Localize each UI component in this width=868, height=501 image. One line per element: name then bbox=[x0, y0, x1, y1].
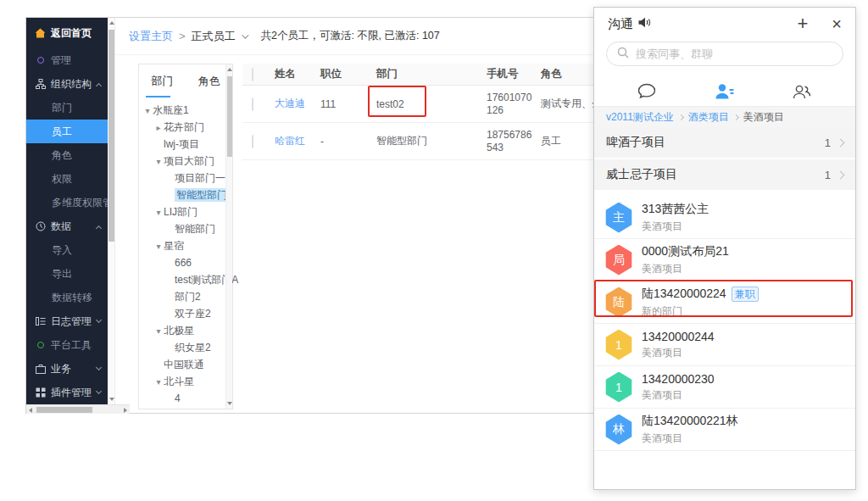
tab-department[interactable]: 部门 bbox=[139, 64, 186, 98]
tree-node[interactable]: 4 bbox=[139, 390, 232, 407]
subproject-row-whisky[interactable]: 威士忌子项目 1 bbox=[594, 159, 855, 190]
search-bar[interactable] bbox=[606, 42, 843, 66]
caret-icon[interactable]: ▾ bbox=[153, 323, 164, 340]
caret-icon[interactable]: ▾ bbox=[153, 374, 164, 391]
table-row[interactable]: 大迪迪 111 test02 17601070126 测试专用、企业管 bbox=[242, 86, 600, 123]
tree-node-label[interactable]: 666 bbox=[175, 257, 192, 269]
tree-node-label[interactable]: 智能部门 bbox=[175, 223, 215, 235]
sidebar-item-export[interactable]: 导出 bbox=[26, 262, 108, 286]
caret-icon[interactable]: ▾ bbox=[153, 238, 164, 255]
tree-node[interactable]: ▾LIJ部门 bbox=[139, 203, 232, 220]
caret-icon[interactable]: ▾ bbox=[153, 204, 164, 221]
tree-node-selected[interactable]: 智能型部门 bbox=[139, 186, 232, 203]
table-row[interactable]: 哈雷红 - 智能型部门 18756786543 员工 bbox=[242, 123, 600, 160]
scrollbar-thumb[interactable] bbox=[108, 30, 114, 242]
scroll-up-arrow[interactable] bbox=[109, 21, 114, 25]
tree-node-label[interactable]: LIJ部门 bbox=[164, 206, 198, 218]
tree-scrollbar[interactable] bbox=[225, 64, 232, 409]
tree-node[interactable]: 666 bbox=[139, 254, 232, 271]
tree-node[interactable]: 部门2 bbox=[139, 288, 232, 305]
sidebar-item-back-home[interactable]: 返回首页 bbox=[26, 18, 108, 48]
sidebar-item-plugin-management[interactable]: 插件管理 bbox=[26, 381, 108, 404]
breadcrumb-current[interactable]: 正式员工 bbox=[192, 29, 236, 44]
sidebar-item-org-structure[interactable]: 组织结构 bbox=[26, 72, 108, 96]
employee-name-link[interactable]: 哈雷红 bbox=[275, 135, 305, 147]
tab-contacts-icon-active[interactable] bbox=[714, 82, 734, 101]
breadcrumb-home-link[interactable]: 设置主页 bbox=[129, 29, 173, 44]
close-icon[interactable]: × bbox=[832, 15, 842, 32]
tree-node[interactable]: 智能部门 bbox=[139, 220, 232, 237]
tree-node[interactable]: ▾北斗星 bbox=[139, 373, 232, 390]
tree-node[interactable]: lwj-项目 bbox=[139, 136, 232, 153]
add-icon[interactable]: + bbox=[797, 14, 808, 33]
select-all-checkbox[interactable] bbox=[252, 68, 253, 81]
tree-node-label[interactable]: 项目大部门 bbox=[164, 155, 214, 167]
caret-icon[interactable]: ▾ bbox=[142, 103, 153, 120]
caret-icon[interactable]: ▾ bbox=[153, 153, 164, 170]
tree-node[interactable]: 织女星2 bbox=[139, 339, 232, 356]
tree-node[interactable]: ▾水瓶座1 bbox=[139, 102, 232, 119]
sidebar-item-data-transfer[interactable]: 数据转移 bbox=[26, 286, 108, 309]
sidebar-vertical-scrollbar[interactable] bbox=[108, 18, 115, 404]
contact-list-item-highlighted[interactable]: 陆 陆13420000224 兼职 新的部门 bbox=[594, 281, 855, 324]
scroll-down-arrow[interactable] bbox=[109, 398, 114, 401]
tree-node-label[interactable]: 星宿 bbox=[164, 240, 184, 252]
tree-node[interactable]: test测试部门A bbox=[139, 271, 232, 288]
tree-node-label[interactable]: 水瓶座1 bbox=[153, 104, 189, 116]
contact-list-item[interactable]: 1 13420000244 美酒项目 bbox=[594, 324, 855, 366]
search-input[interactable] bbox=[636, 47, 832, 60]
sidebar-item-department[interactable]: 部门 bbox=[26, 96, 108, 120]
tree-node-label[interactable]: 4 bbox=[175, 392, 181, 404]
sidebar-item-log-management[interactable]: 日志管理 bbox=[26, 309, 108, 333]
tree-node-label[interactable]: lwj-项目 bbox=[164, 138, 199, 150]
contact-list-item[interactable]: 局 0000测试布局21 美酒项目 bbox=[594, 239, 855, 281]
employee-name-link[interactable]: 大迪迪 bbox=[275, 97, 305, 109]
tree-node-label[interactable]: 北极星 bbox=[164, 325, 194, 337]
scroll-right-arrow[interactable] bbox=[124, 408, 127, 413]
contact-list-item[interactable]: 主 313茜茜公主 美酒项目 bbox=[594, 197, 855, 239]
scroll-left-arrow[interactable] bbox=[29, 408, 32, 413]
sidebar-item-role[interactable]: 角色 bbox=[26, 143, 108, 167]
tree-node-label[interactable]: 花卉部门 bbox=[164, 121, 204, 133]
scroll-up-arrow[interactable] bbox=[227, 68, 232, 71]
breadcrumb-enterprise-link[interactable]: v2011测试企业 bbox=[606, 110, 674, 125]
tab-groups-icon[interactable] bbox=[791, 82, 813, 101]
tree-node-label[interactable]: 智能型部门 bbox=[175, 188, 229, 202]
sidebar-item-manage[interactable]: 管理 bbox=[26, 48, 108, 72]
sidebar-horizontal-scrollbar[interactable] bbox=[26, 404, 130, 414]
sidebar-item-business[interactable]: 业务 bbox=[26, 357, 108, 381]
sidebar-item-multidim-permission[interactable]: 多维度权限管理 bbox=[26, 191, 108, 214]
row-checkbox[interactable] bbox=[252, 97, 253, 111]
contact-list-item[interactable]: 林 陆13420000221林 美酒项目 bbox=[594, 409, 855, 451]
scrollbar-thumb[interactable] bbox=[227, 76, 232, 157]
tree-node-label[interactable]: 中国联通 bbox=[164, 359, 204, 370]
chevron-down-icon[interactable] bbox=[242, 31, 248, 38]
breadcrumb-project-link[interactable]: 酒类项目 bbox=[688, 110, 729, 125]
scroll-down-arrow[interactable] bbox=[227, 402, 232, 405]
sidebar-item-import[interactable]: 导入 bbox=[26, 238, 108, 262]
tree-node[interactable]: 项目部门一 bbox=[139, 170, 232, 186]
subproject-row-beer[interactable]: 啤酒子项目 1 bbox=[594, 127, 855, 158]
tree-node[interactable]: 中国联通 bbox=[139, 356, 232, 373]
tree-node-label[interactable]: 双子座2 bbox=[175, 308, 211, 320]
sidebar-item-employee[interactable]: 员工 bbox=[26, 120, 108, 143]
tree-node[interactable]: ▾星宿 bbox=[139, 237, 232, 254]
breadcrumb: 设置主页 > 正式员工 共2个员工，可激活: 不限, 已激活: 107 bbox=[115, 18, 599, 55]
tab-chats-icon[interactable] bbox=[637, 82, 657, 101]
tree-node[interactable]: ▸花卉部门 bbox=[139, 119, 232, 136]
row-checkbox[interactable] bbox=[252, 135, 253, 148]
tree-node[interactable]: ▾项目大部门 bbox=[139, 153, 232, 170]
tree-node-label[interactable]: 北斗星 bbox=[164, 376, 194, 387]
contact-list-item[interactable]: 1 13420000230 美酒项目 bbox=[594, 366, 855, 409]
sidebar-item-data[interactable]: 数据 bbox=[26, 214, 108, 238]
tree-node[interactable]: 双子座2 bbox=[139, 305, 232, 322]
sidebar-item-permission[interactable]: 权限 bbox=[26, 167, 108, 191]
tree-node-label[interactable]: 部门2 bbox=[175, 291, 201, 303]
tree-node-label[interactable]: 织女星2 bbox=[175, 342, 211, 353]
sidebar-item-platform-tools[interactable]: 平台工具 bbox=[26, 333, 108, 357]
scrollbar-thumb[interactable] bbox=[36, 407, 92, 413]
tree-node[interactable]: ▾北极星 bbox=[139, 322, 232, 339]
tree-node-label[interactable]: 项目部门一 bbox=[175, 172, 225, 184]
caret-icon[interactable]: ▸ bbox=[153, 120, 164, 136]
speaker-icon[interactable] bbox=[638, 16, 651, 31]
